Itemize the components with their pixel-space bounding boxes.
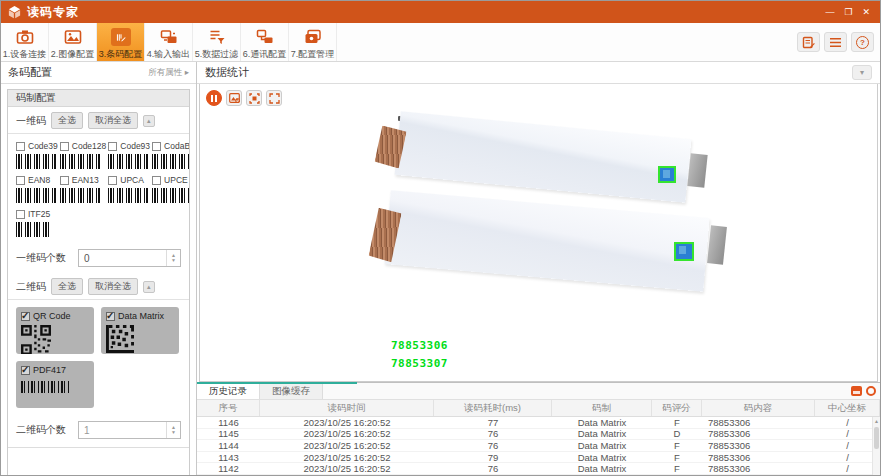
code-item-itf25[interactable]: ITF25 [16, 209, 58, 237]
list-button[interactable] [824, 32, 847, 52]
checkbox[interactable] [108, 142, 117, 151]
tab-barcode-config[interactable]: 3.条码配置 [97, 23, 145, 61]
oned-deselect-all-button[interactable]: 取消全选 [88, 112, 138, 129]
cell-duration: 77 [434, 417, 552, 428]
spinner-arrows-icon[interactable]: ▲▼ [166, 250, 180, 266]
code-label: PDF417 [33, 365, 66, 375]
checkbox[interactable] [152, 142, 161, 151]
pdf417-sample [21, 381, 69, 393]
image-viewer[interactable]: 78853306 78853307 [199, 84, 878, 382]
camera-icon [16, 29, 34, 45]
code-item-ean8[interactable]: EAN8 [16, 175, 58, 203]
cell-read-time: 2023/10/25 16:20:52 [260, 452, 434, 463]
code-item-upce[interactable]: UPCE [152, 175, 190, 203]
code-label: Code39 [28, 141, 58, 151]
save-icon[interactable] [851, 386, 862, 396]
code-item-datamatrix[interactable]: Data Matrix [101, 307, 179, 354]
oned-group-row: 一维码 全选 取消全选 ▴ [8, 107, 189, 134]
window-controls: — ❐ ✕ [825, 8, 874, 17]
clear-icon[interactable] [866, 386, 876, 396]
checkbox[interactable] [106, 312, 115, 321]
code-item-qrcode[interactable]: QR Code [16, 307, 94, 354]
code-item-code93[interactable]: Code93 [108, 141, 150, 169]
toolbar-right-buttons: ? [797, 23, 880, 61]
close-button[interactable]: ✕ [862, 8, 870, 17]
checkbox[interactable] [60, 176, 69, 185]
scrollbar-thumb[interactable] [874, 427, 879, 449]
history-tab-actions [851, 383, 880, 399]
cell-symbology: Data Matrix [552, 417, 652, 428]
content-area: 条码配置 所有属性 ▸ 码制配置 一维码 全选 取消全选 ▴ Code39 [1, 62, 880, 476]
all-properties-link[interactable]: 所有属性 ▸ [148, 67, 189, 79]
code-item-codabar[interactable]: CodaBar [152, 141, 190, 169]
barcode-sample [60, 154, 100, 169]
history-table: 序号 读码时间 读码耗时(ms) 码制 码评分 码内容 中心坐标 1146 20… [197, 400, 880, 476]
twod-collapse-button[interactable]: ▴ [143, 281, 155, 293]
code-item-upca[interactable]: UPCA [108, 175, 150, 203]
table-row[interactable]: 1144 2023/10/25 16:20:52 76 Data Matrix … [197, 440, 880, 452]
code-label: Data Matrix [118, 311, 164, 321]
code-item-ean13[interactable]: EAN13 [60, 175, 107, 203]
col-grade: 码评分 [652, 400, 702, 416]
cell-content: 78853306 [702, 417, 815, 428]
checkbox[interactable] [16, 142, 25, 151]
oned-code-grid: Code39 Code128 Code93 CodaBar [8, 134, 189, 243]
image-display-button[interactable] [226, 90, 242, 106]
checkbox[interactable] [21, 312, 30, 321]
code-item-code128[interactable]: Code128 [60, 141, 107, 169]
tab-comm-config[interactable]: 6.通讯配置 [241, 23, 289, 61]
twod-deselect-all-button[interactable]: 取消全选 [88, 278, 138, 295]
comm-config-icon [256, 29, 274, 45]
checkbox[interactable] [152, 176, 161, 185]
code-item-pdf417[interactable]: PDF417 [16, 361, 94, 408]
fit-view-button[interactable] [246, 90, 262, 106]
checkbox[interactable] [21, 366, 30, 375]
cell-index: 1144 [197, 440, 260, 451]
oned-count-input[interactable]: 0 ▲▼ [78, 249, 181, 267]
scroll-up-icon[interactable]: ▲ [873, 418, 880, 424]
checkbox[interactable] [16, 210, 25, 219]
collapse-button[interactable]: ▾ [852, 65, 872, 80]
config-manage-icon [304, 29, 322, 45]
main-title: 数据统计 [205, 65, 249, 80]
twod-select-all-button[interactable]: 全选 [51, 278, 83, 295]
code-item-code39[interactable]: Code39 [16, 141, 58, 169]
app-window: 读码专家 — ❐ ✕ 1.设备连接 2.图像配置 [0, 0, 881, 476]
table-row[interactable]: 1143 2023/10/25 16:20:52 79 Data Matrix … [197, 452, 880, 464]
oned-select-all-button[interactable]: 全选 [51, 112, 83, 129]
maximize-button[interactable]: ❐ [844, 8, 852, 17]
tab-image-cache[interactable]: 图像缓存 [260, 383, 323, 399]
table-row[interactable]: 1145 2023/10/25 16:20:52 76 Data Matrix … [197, 429, 880, 441]
oned-label: 一维码 [16, 114, 46, 128]
report-button[interactable] [797, 32, 820, 52]
datamatrix-sample [106, 325, 134, 353]
tab-data-filter[interactable]: 5.数据过滤 [193, 23, 241, 61]
tab-image-config[interactable]: 2.图像配置 [49, 23, 97, 61]
cell-index: 1145 [197, 428, 260, 439]
tab-config-manage[interactable]: 7.配置管理 [289, 23, 337, 61]
code-label: Code93 [120, 141, 150, 151]
checkbox[interactable] [108, 176, 117, 185]
tab-input-output[interactable]: 4.输入输出 [145, 23, 193, 61]
tab-history[interactable]: 历史记录 [197, 383, 260, 399]
tab-label: 6.通讯配置 [243, 48, 287, 61]
help-button[interactable]: ? [851, 32, 874, 52]
minimize-button[interactable]: — [825, 8, 834, 17]
history-panel: 历史记录 图像缓存 序号 读码时间 读码耗时(ms) 码制 码评分 码内容 [197, 382, 880, 476]
checkbox[interactable] [16, 176, 25, 185]
tab-device-connect[interactable]: 1.设备连接 [1, 23, 49, 61]
col-read-time: 读码时间 [260, 400, 434, 416]
code-label: EAN13 [72, 175, 99, 185]
fullscreen-button[interactable] [266, 90, 282, 106]
twod-count-input[interactable]: 1 ▲▼ [78, 421, 181, 439]
table-scrollbar[interactable]: ▲ [872, 417, 880, 476]
pause-button[interactable] [206, 90, 222, 106]
tab-label: 7.配置管理 [291, 48, 335, 61]
table-row[interactable]: 1146 2023/10/25 16:20:52 77 Data Matrix … [197, 417, 880, 429]
twod-count-label: 二维码个数 [16, 423, 78, 437]
checkbox[interactable] [60, 142, 69, 151]
oned-collapse-button[interactable]: ▴ [143, 115, 155, 127]
spinner-arrows-icon[interactable]: ▲▼ [166, 422, 180, 438]
decode-result-1: 78853306 [391, 339, 448, 352]
table-row[interactable]: 1142 2023/10/25 16:20:52 76 Data Matrix … [197, 463, 880, 475]
